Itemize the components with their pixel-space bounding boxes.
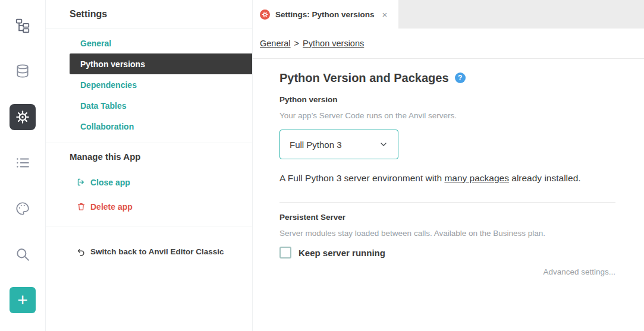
note-prefix: A Full Python 3 server environment with	[279, 173, 444, 183]
main-area: Settings: Python versions × General>Pyth…	[253, 0, 644, 331]
tab-settings-python-versions[interactable]: Settings: Python versions ×	[253, 0, 398, 29]
content-divider	[279, 202, 615, 203]
help-icon[interactable]: ?	[455, 72, 466, 83]
settings-content: Python Version and Packages ? Python ver…	[253, 59, 644, 276]
panel-divider	[46, 226, 252, 226]
app-structure-icon[interactable]	[10, 12, 36, 39]
theme-palette-icon[interactable]	[10, 196, 36, 222]
icon-sidebar: +	[0, 0, 46, 331]
tab-bar: Settings: Python versions ×	[253, 0, 644, 29]
python-version-label: Python version	[279, 94, 615, 105]
keep-server-running-label[interactable]: Keep server running	[299, 248, 385, 258]
page-title-row: Python Version and Packages ?	[279, 70, 615, 86]
breadcrumb-link-general[interactable]: General	[260, 39, 291, 48]
settings-panel-title: Settings	[46, 0, 252, 29]
switch-back-button[interactable]: Switch back to Anvil Editor Classic	[46, 241, 252, 262]
menu-item-data-tables[interactable]: Data Tables	[46, 95, 252, 116]
close-app-label: Close app	[90, 178, 130, 187]
python-version-selected-value: Full Python 3	[290, 140, 342, 150]
menu-item-python-versions[interactable]: Python versions	[70, 53, 252, 74]
keep-server-running-row: Keep server running	[279, 247, 615, 259]
python-environment-note: A Full Python 3 server environment with …	[279, 172, 615, 184]
close-app-icon	[77, 178, 86, 187]
settings-panel: Settings General Python versions Depende…	[46, 0, 253, 331]
app-window: + Settings General Python versions Depen…	[0, 0, 644, 331]
page-title: Python Version and Packages	[279, 70, 449, 86]
tab-close-icon[interactable]: ×	[382, 10, 388, 19]
search-icon[interactable]	[10, 241, 36, 267]
python-version-description: Your app’s Server Code runs on the Anvil…	[279, 111, 615, 121]
menu-item-general[interactable]: General	[46, 33, 252, 53]
breadcrumb: General>Python versions	[260, 39, 364, 48]
many-packages-link[interactable]: many packages	[444, 173, 509, 183]
undo-icon	[77, 247, 86, 256]
trash-icon	[77, 202, 86, 211]
persistent-server-label: Persistent Server	[279, 212, 615, 223]
close-app-button[interactable]: Close app	[46, 172, 252, 193]
note-suffix: already installed.	[509, 173, 581, 183]
manage-app-title: Manage this App	[46, 144, 252, 168]
advanced-settings-link[interactable]: Advanced settings...	[279, 267, 615, 276]
breadcrumb-separator: >	[294, 39, 299, 48]
menu-item-dependencies[interactable]: Dependencies	[46, 74, 252, 95]
menu-item-collaboration[interactable]: Collaboration	[46, 116, 252, 137]
delete-app-label: Delete app	[90, 202, 133, 212]
add-button[interactable]: +	[10, 287, 36, 313]
settings-gear-icon[interactable]	[10, 104, 36, 130]
delete-app-button[interactable]: Delete app	[46, 196, 252, 217]
persistent-server-description: Server modules stay loaded between calls…	[279, 228, 615, 239]
anvil-gear-icon	[260, 10, 270, 20]
switch-back-label: Switch back to Anvil Editor Classic	[90, 247, 224, 256]
breadcrumb-link-python-versions[interactable]: Python versions	[303, 39, 364, 48]
panel-divider	[46, 143, 252, 143]
chevron-down-icon	[379, 140, 388, 149]
settings-menu: General Python versions Dependencies Dat…	[46, 29, 252, 137]
database-icon[interactable]	[10, 58, 36, 84]
tab-label: Settings: Python versions	[275, 10, 375, 19]
python-version-select[interactable]: Full Python 3	[279, 130, 398, 159]
logs-list-icon[interactable]	[10, 150, 36, 176]
keep-server-running-checkbox[interactable]	[279, 247, 291, 259]
breadcrumb-row: General>Python versions	[253, 29, 644, 59]
